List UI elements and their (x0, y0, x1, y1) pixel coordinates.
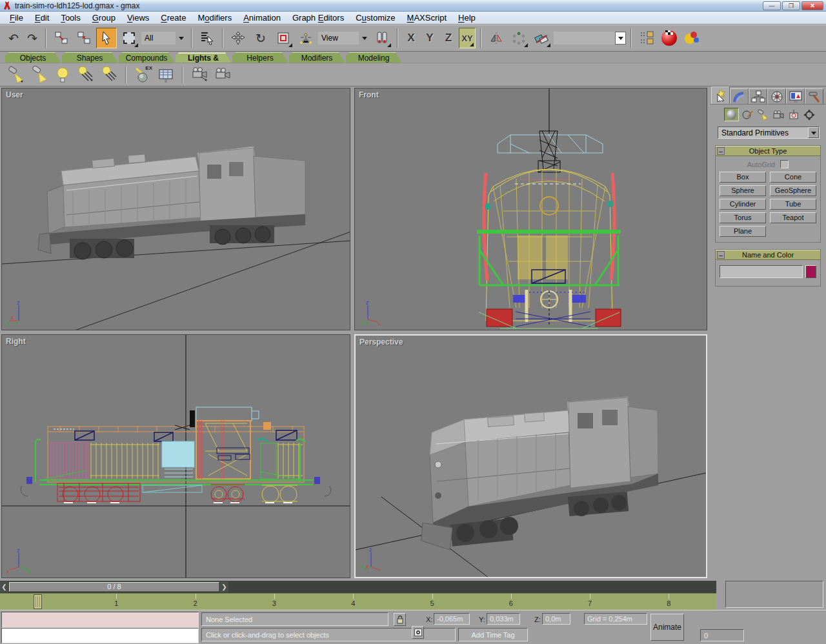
viewport-perspective[interactable]: Perspective (354, 334, 707, 578)
category-shapes-button[interactable] (740, 108, 754, 121)
free-directional-button[interactable] (99, 65, 119, 85)
select-and-scale-button[interactable] (273, 28, 294, 48)
menu-maxscript[interactable]: MAXScript (401, 12, 452, 23)
align-button[interactable] (531, 28, 552, 48)
user-scene-locomotive[interactable] (2, 88, 350, 330)
select-and-manipulate-button[interactable] (296, 28, 316, 48)
rectangular-selection-region-button[interactable] (119, 28, 139, 48)
omni-light-button[interactable] (53, 65, 72, 85)
select-by-name-button[interactable] (197, 28, 217, 48)
category-geometry-button[interactable] (724, 108, 739, 121)
object-name-input[interactable] (720, 265, 803, 278)
create-tube-button[interactable]: Tube (770, 199, 816, 210)
current-frame-field[interactable]: 0 (700, 629, 744, 641)
collapse-icon[interactable]: – (717, 147, 725, 155)
viewport-front[interactable]: Front (354, 88, 707, 330)
menu-create[interactable]: Create (155, 12, 192, 23)
time-forward-arrow[interactable]: ❯ (220, 581, 228, 592)
create-cone-button[interactable]: Cone (770, 172, 816, 183)
viewport-right[interactable]: Right (1, 334, 350, 578)
title-bar[interactable]: train-sim-ro-ldh125-lod.gmax - gmax — ❐ … (0, 0, 826, 12)
viewport-perspective-label[interactable]: Perspective (359, 337, 403, 347)
dropdown-arrow-icon[interactable] (808, 127, 819, 138)
object-color-swatch[interactable] (805, 265, 816, 278)
collapse-icon[interactable]: – (717, 251, 725, 259)
tab-modeling[interactable]: Modeling (346, 52, 401, 63)
name-color-rollout-header[interactable]: – Name and Color (716, 250, 820, 260)
light-lister-button[interactable] (156, 65, 176, 85)
tab-hierarchy[interactable] (749, 88, 767, 104)
track-bar-handle[interactable] (34, 594, 42, 609)
tab-shapes[interactable]: Shapes (62, 52, 117, 63)
select-and-rotate-button[interactable]: ↻ (250, 28, 271, 48)
menu-customize[interactable]: Customize (350, 12, 401, 23)
autogrid-checkbox[interactable] (780, 160, 789, 168)
menu-help[interactable]: Help (452, 12, 481, 23)
viewport-front-label[interactable]: Front (359, 90, 379, 99)
mirror-button[interactable] (486, 28, 507, 48)
restore-button[interactable]: ❐ (782, 1, 800, 10)
restrict-z-button[interactable]: Z (440, 28, 457, 48)
time-slider[interactable]: 0 / 8 (9, 582, 219, 592)
menu-file[interactable]: File (4, 12, 29, 23)
absolute-mode-toggle[interactable] (412, 626, 424, 639)
front-scene-wireframe[interactable] (355, 88, 707, 330)
tab-helpers[interactable]: Helpers (232, 52, 288, 63)
free-spotlight-button[interactable] (30, 65, 49, 85)
tab-modify[interactable] (730, 88, 749, 104)
object-type-rollout-header[interactable]: – Object Type (716, 146, 820, 156)
primitive-category-dropdown[interactable]: Standard Primitives (718, 126, 820, 139)
x-coord-field[interactable]: -0,065m (434, 613, 470, 625)
add-time-tag-button[interactable]: Add Time Tag (458, 628, 528, 641)
target-camera-button[interactable] (190, 65, 209, 85)
maxscript-listener-input-line[interactable] (1, 628, 199, 643)
close-button[interactable]: ✕ (801, 1, 823, 10)
material-navigator-button[interactable] (681, 28, 702, 48)
material-editor-button[interactable] (659, 28, 680, 48)
tab-utilities[interactable] (805, 88, 823, 104)
menu-animation[interactable]: Animation (237, 12, 287, 23)
maxscript-listener-macro-line[interactable] (1, 612, 199, 628)
create-cylinder-button[interactable]: Cylinder (720, 199, 766, 210)
right-scene-wireframe[interactable] (2, 335, 350, 578)
tab-compounds[interactable]: Compounds (119, 52, 174, 63)
menu-tools[interactable]: Tools (55, 12, 86, 23)
restrict-xy-plane-button[interactable]: XY (459, 28, 476, 48)
selection-lock-toggle[interactable] (394, 613, 406, 626)
viewport-user-label[interactable]: User (6, 90, 23, 99)
perspective-scene-locomotive[interactable] (356, 336, 707, 578)
select-and-link-button[interactable] (51, 28, 72, 48)
unlink-selection-button[interactable] (74, 28, 94, 48)
viewport-user[interactable]: User (1, 88, 350, 330)
named-selection-sets-dropdown[interactable] (554, 32, 626, 45)
target-directional-button[interactable] (76, 65, 96, 85)
track-bar[interactable]: 12345678 (0, 593, 716, 610)
menu-graph-editors[interactable]: Graph Editors (287, 12, 350, 23)
array-button[interactable] (509, 28, 529, 48)
create-geosphere-button[interactable]: GeoSphere (770, 185, 816, 196)
restrict-y-button[interactable]: Y (421, 28, 438, 48)
dropdown-arrow-icon[interactable] (615, 32, 626, 45)
create-box-button[interactable]: Box (720, 172, 766, 183)
create-sphere-button[interactable]: Sphere (720, 185, 766, 196)
undo-button[interactable]: ↶ (5, 28, 22, 48)
tab-display[interactable] (786, 88, 805, 104)
category-systems-button[interactable] (801, 108, 816, 121)
tab-lights-cameras[interactable]: Lights & Cameras (176, 52, 231, 63)
restrict-x-button[interactable]: X (403, 28, 419, 48)
menu-edit[interactable]: Edit (29, 12, 55, 23)
category-cameras-button[interactable] (771, 108, 785, 121)
sunlight-system-button[interactable]: EX (133, 65, 152, 85)
tab-modifiers[interactable]: Modifiers (289, 52, 345, 63)
free-camera-button[interactable] (213, 65, 232, 85)
redo-button[interactable]: ↷ (24, 28, 41, 48)
time-back-arrow[interactable]: ❮ (0, 581, 8, 592)
viewport-right-label[interactable]: Right (6, 337, 26, 346)
y-coord-field[interactable]: 0,033m (487, 613, 520, 625)
menu-views[interactable]: Views (121, 12, 155, 23)
menu-group[interactable]: Group (86, 12, 121, 23)
select-object-button[interactable] (96, 28, 117, 48)
schematic-view-button[interactable] (636, 28, 657, 48)
tab-create[interactable] (711, 86, 730, 104)
tab-motion[interactable] (767, 88, 786, 104)
